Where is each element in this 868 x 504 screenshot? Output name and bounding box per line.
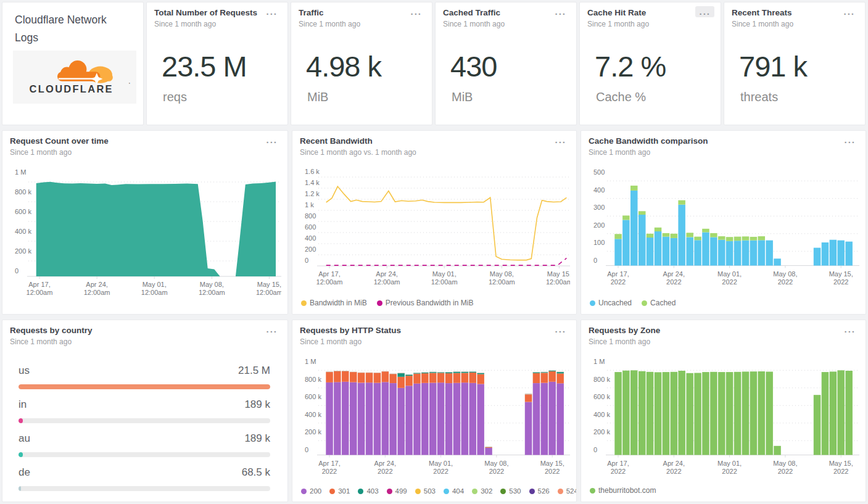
gauge-fill: [19, 384, 270, 389]
svg-text:Apr 17,: Apr 17,: [607, 270, 629, 278]
svg-text:800 k: 800 k: [15, 188, 31, 196]
legend-item[interactable]: 499: [387, 487, 407, 495]
svg-text:12:00am: 12:00am: [199, 289, 225, 296]
recent-bandwidth-chart[interactable]: 1.6 k1.4 k1.2 k1 k8006004002000Apr 17,12…: [300, 159, 570, 291]
svg-text:12:00am: 12:00am: [431, 278, 458, 286]
svg-text:1 M: 1 M: [593, 358, 605, 365]
svg-text:12:00am: 12:00am: [546, 278, 570, 286]
legend-item[interactable]: 524: [558, 487, 577, 495]
legend-item[interactable]: 530: [500, 487, 521, 495]
stat-value: 7.2 %: [595, 49, 666, 83]
panel-subtitle: Since 1 month ago: [300, 337, 362, 346]
http-status-chart[interactable]: 1 M800 k600 k400 k200 k0Apr 17,2022Apr 2…: [300, 349, 570, 479]
gauge-track: [19, 452, 270, 457]
panel-menu-button[interactable]: ...: [551, 6, 570, 17]
legend-color-dot: [642, 300, 647, 306]
zone-chart[interactable]: 1 M800 k600 k400 k200 k0Apr 17,2022Apr 2…: [589, 349, 859, 479]
legend-color-dot: [444, 489, 449, 494]
gauge-track: [19, 486, 270, 491]
svg-text:200 k: 200 k: [15, 247, 31, 255]
legend-item[interactable]: Cached: [642, 299, 676, 307]
panel-title: Total Number of Requests: [154, 8, 257, 17]
stat-unit: threats: [740, 90, 778, 104]
legend-color-dot: [301, 489, 307, 494]
panel-subtitle: Since 1 month ago: [732, 20, 793, 28]
legend-label: 524: [566, 487, 577, 495]
svg-text:May 08,: May 08,: [490, 270, 514, 278]
dashboard: Cloudflare Network Logs CLOUDFLARE ' Tot…: [0, 0, 868, 504]
legend-color-dot: [472, 489, 477, 494]
country-gauge-row: us21.5 M: [19, 365, 270, 389]
legend-item[interactable]: Uncached: [590, 299, 632, 307]
svg-text:Apr 17,: Apr 17,: [28, 281, 50, 288]
panel-menu-button[interactable]: ...: [551, 324, 570, 335]
svg-text:12:00am: 12:00am: [27, 289, 53, 296]
legend-item[interactable]: 301: [329, 487, 350, 495]
svg-text:600: 600: [305, 223, 316, 231]
stat-value: 4.98 k: [306, 49, 381, 83]
gauge-track: [19, 418, 270, 423]
panel-total-requests: Total Number of Requests Since 1 month a…: [146, 2, 288, 125]
svg-text:600 k: 600 k: [305, 393, 321, 400]
legend-label: Previous Bandwidth in MiB: [386, 299, 474, 307]
panel-menu-button[interactable]: ...: [262, 6, 281, 17]
legend-label: 499: [395, 487, 407, 495]
panel-menu-button[interactable]: ...: [262, 134, 281, 146]
legend-label: Bandwidth in MiB: [310, 299, 367, 307]
svg-text:2022: 2022: [666, 278, 681, 286]
legend-color-dot: [329, 489, 335, 494]
legend-item[interactable]: 200: [301, 487, 321, 495]
panel-menu-button[interactable]: ...: [840, 134, 859, 146]
svg-text:2022: 2022: [833, 468, 848, 475]
svg-text:500: 500: [593, 168, 605, 176]
svg-text:2022: 2022: [611, 278, 626, 286]
dashboard-title: Cloudflare Network Logs: [15, 11, 132, 47]
panel-menu-button[interactable]: ...: [840, 324, 859, 335]
svg-text:12:00am: 12:00am: [489, 278, 515, 286]
legend-item[interactable]: 403: [358, 487, 378, 495]
panel-cache-bandwidth: Cache Bandwidth comparison Since 1 month…: [581, 130, 866, 315]
panel-subtitle: Since 1 month ago: [443, 20, 505, 28]
svg-text:May 08,: May 08,: [200, 281, 224, 288]
panel-menu-button[interactable]: ...: [407, 6, 426, 17]
svg-text:2022: 2022: [489, 468, 504, 475]
svg-text:Apr 17,: Apr 17,: [318, 270, 340, 278]
panel-title: Requests by HTTP Status: [300, 326, 401, 335]
panel-title: Request Count over time: [10, 136, 109, 146]
svg-text:Apr 17,: Apr 17,: [318, 460, 340, 467]
legend-item[interactable]: Bandwidth in MiB: [301, 299, 367, 307]
legend-color-dot: [358, 489, 363, 494]
svg-text:400 k: 400 k: [305, 411, 321, 418]
cache-bandwidth-chart[interactable]: 5004003002001000Apr 17,2022Apr 24,2022Ma…: [589, 159, 859, 290]
panel-home: Cloudflare Network Logs CLOUDFLARE ': [2, 2, 144, 125]
svg-text:1.6 k: 1.6 k: [305, 168, 320, 175]
panel-requests-by-zone: Requests by Zone Since 1 month ago ... 1…: [581, 320, 866, 502]
panel-cache-hit-rate: Cache Hit Rate Since 1 month ago ... 7.2…: [579, 2, 721, 125]
svg-text:May 01,: May 01,: [717, 270, 742, 278]
legend-label: 200: [310, 487, 321, 495]
panel-subtitle: Since 1 month ago: [154, 20, 216, 28]
zone-legend: theburritobot.com: [590, 486, 656, 495]
svg-text:2022: 2022: [545, 468, 560, 475]
legend-item[interactable]: Previous Bandwidth in MiB: [377, 299, 474, 307]
legend-item[interactable]: 404: [444, 487, 464, 495]
request-count-chart[interactable]: 1 M800 k600 k400 k200 k0Apr 17,12:00amAp…: [10, 159, 281, 302]
gauge-fill: [19, 486, 21, 491]
svg-text:2022: 2022: [666, 468, 681, 475]
panel-menu-button[interactable]: ...: [695, 6, 714, 17]
country-value: 189 k: [244, 399, 270, 411]
legend-item[interactable]: theburritobot.com: [590, 486, 656, 495]
legend-item[interactable]: 302: [472, 487, 492, 495]
panel-menu-button[interactable]: ...: [840, 6, 859, 17]
panel-request-count: Request Count over time Since 1 month ag…: [2, 130, 288, 315]
cloudflare-logo-image: CLOUDFLARE ': [14, 59, 135, 95]
svg-text:May 15,: May 15,: [829, 270, 853, 278]
panel-menu-button[interactable]: ...: [551, 134, 570, 146]
svg-text:2022: 2022: [778, 468, 793, 475]
legend-item[interactable]: 526: [529, 487, 550, 495]
panel-cached-traffic: Cached Traffic Since 1 month ago ... 430…: [435, 2, 577, 125]
legend-color-dot: [590, 488, 595, 494]
legend-color-dot: [415, 489, 421, 494]
panel-subtitle: Since 1 month ago: [589, 148, 650, 157]
legend-item[interactable]: 503: [415, 487, 436, 495]
